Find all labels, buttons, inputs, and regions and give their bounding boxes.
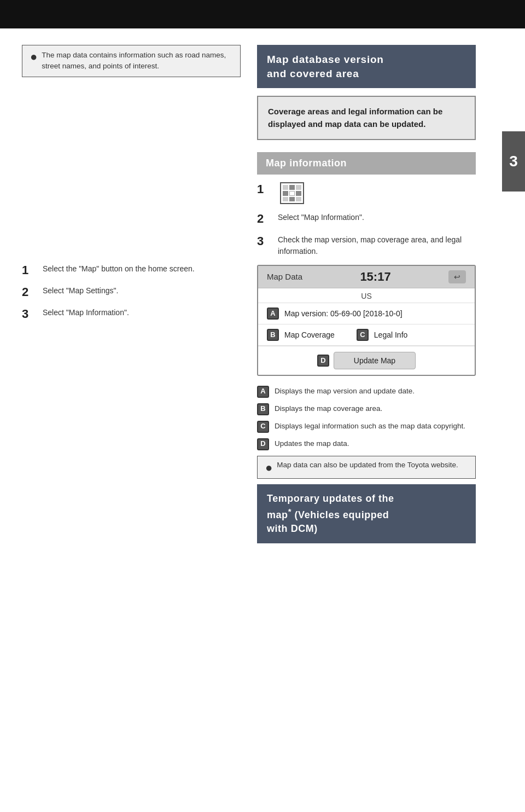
bottom-note-bullet: ● — [265, 462, 272, 474]
badge-d: D — [317, 355, 329, 367]
bottom-note-text: Map data can also be updated from the To… — [277, 461, 458, 469]
screen-topbar: Map Data 15:17 ↩ — [258, 266, 475, 288]
row-b-text: Map Coverage — [284, 330, 335, 339]
chapter-number: 3 — [509, 153, 518, 170]
desc-badge-b: B — [257, 403, 269, 415]
top-bar — [0, 0, 525, 28]
screen-row-a: A Map version: 05-69-00 [2018-10-0] — [258, 303, 475, 324]
map-settings-icon[interactable] — [280, 182, 304, 204]
left-step-3: 3 Select "Map Information". — [22, 307, 241, 321]
sub-header-text: Map information — [266, 158, 347, 169]
step-3: 3 Check the map version, map coverage ar… — [257, 234, 476, 257]
info-box: Coverage areas and legal information can… — [257, 96, 476, 140]
step3-text: Check the map version, map coverage area… — [278, 234, 476, 257]
screen-region: US — [258, 288, 475, 303]
desc-badge-c: C — [257, 421, 269, 433]
screen-title: Map Data — [267, 272, 302, 281]
chapter-tab: 3 — [502, 131, 525, 192]
left-step1-text: Select the "Map" button on the home scre… — [43, 263, 241, 275]
screen-back-button[interactable]: ↩ — [448, 270, 466, 283]
step3-number: 3 — [257, 234, 272, 248]
badge-c: C — [357, 329, 369, 341]
badge-b-desc: B Displays the map coverage area. — [257, 403, 476, 415]
bottom-note: ● Map data can also be updated from the … — [257, 456, 476, 479]
screen-row-b: B Map Coverage C Legal Info — [258, 324, 475, 346]
badge-a: A — [267, 308, 279, 320]
sub-section-header: Map information — [257, 152, 476, 175]
left-note-text: The map data contains information such a… — [42, 50, 232, 72]
desc-b-text: Displays the map coverage area. — [275, 403, 382, 414]
row-c-text: Legal Info — [374, 330, 408, 339]
main-section-header: Map database versionand covered area — [257, 45, 476, 88]
left-step-2: 2 Select "Map Settings". — [22, 285, 241, 299]
main-header-text: Map database versionand covered area — [267, 54, 384, 79]
step1-number: 1 — [257, 182, 272, 196]
left-steps: 1 Select the "Map" button on the home sc… — [22, 88, 241, 322]
desc-d-text: Updates the map data. — [275, 438, 349, 449]
badge-d-desc: D Updates the map data. — [257, 438, 476, 450]
left-note-box: ● The map data contains information such… — [22, 45, 241, 77]
screen-time: 15:17 — [360, 270, 390, 284]
screen-mockup: Map Data 15:17 ↩ US A Map version: 05-69… — [257, 265, 476, 376]
desc-a-text: Displays the map version and update date… — [275, 386, 415, 397]
left-step2-text: Select "Map Settings". — [43, 285, 241, 297]
left-column: ● The map data contains information such… — [0, 39, 252, 549]
note-bullet: ● — [30, 51, 37, 63]
update-map-button[interactable]: Update Map — [334, 352, 416, 369]
desc-c-text: Displays legal information such as the m… — [275, 421, 465, 432]
left-step3-text: Select "Map Information". — [43, 307, 241, 318]
right-column: Map database versionand covered area Cov… — [252, 39, 503, 549]
step2-number: 2 — [257, 212, 272, 226]
badge-b: B — [267, 329, 279, 341]
region-label: US — [361, 292, 371, 300]
screen-update-area: D Update Map — [258, 346, 475, 375]
left-step-1: 1 Select the "Map" button on the home sc… — [22, 263, 241, 277]
row-a-text: Map version: 05-69-00 [2018-10-0] — [284, 309, 402, 318]
info-box-text: Coverage areas and legal information can… — [268, 107, 442, 129]
temp-header-text: Temporary updates of themap* (Vehicles e… — [267, 493, 394, 534]
step-1: 1 — [257, 182, 476, 204]
badge-a-desc: A Displays the map version and update da… — [257, 386, 476, 398]
desc-badge-d: D — [257, 438, 269, 450]
badge-c-desc: C Displays legal information such as the… — [257, 421, 476, 433]
step2-text: Select "Map Information". — [278, 212, 476, 223]
temporary-updates-header: Temporary updates of themap* (Vehicles e… — [257, 484, 476, 544]
step-2: 2 Select "Map Information". — [257, 212, 476, 226]
desc-badge-a: A — [257, 386, 269, 398]
